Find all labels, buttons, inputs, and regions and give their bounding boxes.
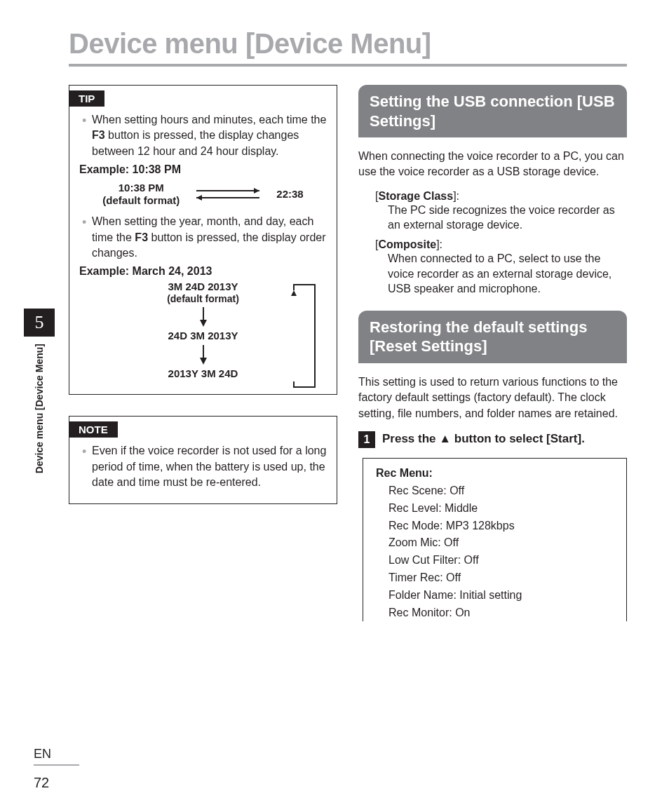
note-label: NOTE [69,421,118,438]
tip-label: TIP [69,90,104,107]
svg-marker-5 [200,320,207,327]
page-title: Device menu [Device Menu] [69,28,627,67]
tip-box: TIP When setting hours and minutes, each… [69,85,337,395]
example-time-title: Example: 10:38 PM [79,163,327,176]
step-1: 1 Press the ▲ button to select [Start]. [358,431,627,448]
language-code: EN [34,747,79,766]
left-column: TIP When setting hours and minutes, each… [69,85,337,621]
note-box: NOTE Even if the voice recorder is not u… [69,416,337,503]
chapter-label: Device menu [Device Menu] [34,337,45,480]
rec-item: Timer Rec: Off [376,569,614,587]
svg-marker-8 [291,290,297,296]
up-triangle-icon: ▲ [439,432,451,445]
rec-item: Rec Mode: MP3 128kbps [376,517,614,535]
svg-marker-1 [254,188,259,194]
rec-item: Rec Monitor: On [376,604,614,622]
chapter-number: 5 [24,309,55,337]
step-number: 1 [358,431,375,448]
usb-definitions: [Storage Class]: The PC side recognizes … [358,190,627,297]
svg-marker-7 [200,358,207,365]
side-tab: 5 Device menu [Device Menu] [24,309,55,480]
rec-menu-title: Rec Menu: [376,467,614,480]
page-number: 72 [34,775,49,791]
right-column: Setting the USB connection [USB Settings… [358,85,627,621]
tip-item-1: When setting hours and minutes, each tim… [79,112,327,159]
rec-item: Rec Scene: Off [376,482,614,500]
time-format-diagram: 10:38 PM (default format) 22:38 [79,179,327,214]
rec-item: Rec Level: Middle [376,500,614,517]
double-arrow-icon [189,187,266,202]
rec-item: Folder Name: Initial setting [376,587,614,604]
reset-intro: This setting is used to return various f… [358,374,627,421]
rec-item: Low Cut Filter: Off [376,552,614,569]
reset-settings-heading: Restoring the default settings [Reset Se… [358,311,627,363]
down-arrow-icon [198,307,209,327]
loop-arrow-icon [290,283,318,388]
svg-marker-3 [196,195,202,201]
example-date-title: Example: March 24, 2013 [79,265,327,278]
note-item: Even if the voice recorder is not used f… [79,443,327,490]
tip-item-2: When setting the year, month, and day, e… [79,214,327,261]
date-format-diagram: 3M 24D 2013Y (default format) 24D 3M 201… [79,280,327,384]
rec-menu-box: Rec Menu: Rec Scene: Off Rec Level: Midd… [363,458,627,621]
down-arrow-icon [198,345,209,365]
usb-settings-heading: Setting the USB connection [USB Settings… [358,85,627,137]
rec-item: Zoom Mic: Off [376,534,614,552]
usb-intro: When connecting the voice recorder to a … [358,149,627,180]
